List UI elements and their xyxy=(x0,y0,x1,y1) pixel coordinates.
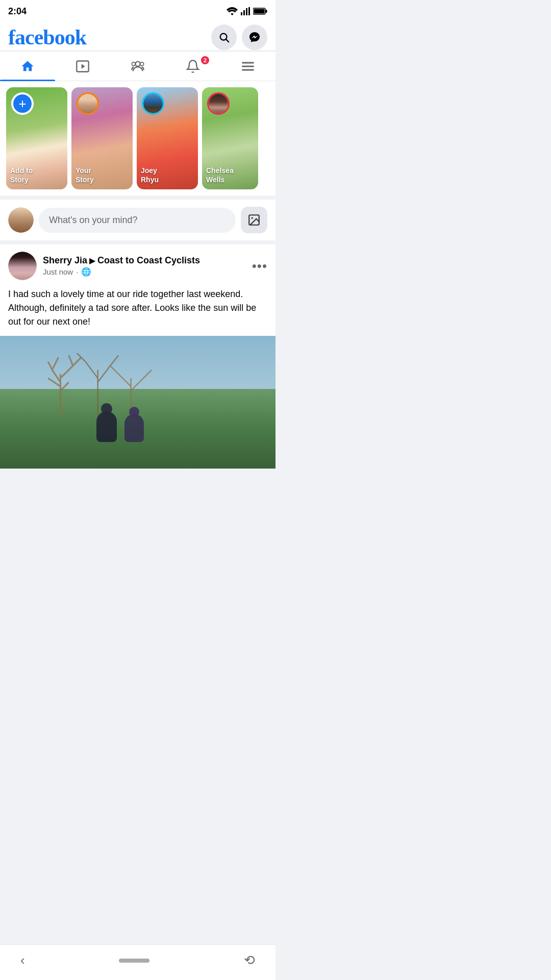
messenger-button[interactable] xyxy=(242,24,267,50)
tab-home[interactable] xyxy=(0,52,55,81)
signal-icon xyxy=(241,7,250,15)
add-post-section: What's on your mind? xyxy=(0,200,276,240)
bell-icon xyxy=(186,59,200,74)
battery-icon xyxy=(253,8,267,15)
svg-rect-0 xyxy=(241,12,242,15)
stories-section: + Add toStory YourStory JoeyRhyu xyxy=(0,81,276,195)
story-your[interactable]: YourStory xyxy=(71,87,133,189)
status-time: 2:04 xyxy=(8,6,27,17)
search-button[interactable] xyxy=(211,24,237,50)
header-actions xyxy=(211,24,267,50)
svg-line-8 xyxy=(226,39,229,42)
story-add[interactable]: + Add toStory xyxy=(6,87,67,189)
menu-icon xyxy=(241,59,255,74)
svg-rect-6 xyxy=(254,9,265,14)
your-story-label: YourStory xyxy=(76,166,94,184)
story-chelsea[interactable]: ChelseaWells xyxy=(202,87,258,189)
messenger-icon xyxy=(248,31,261,43)
svg-rect-1 xyxy=(243,10,245,15)
nav-tabs: 2 xyxy=(0,52,276,81)
status-icons xyxy=(227,7,267,15)
post-time-dot: · xyxy=(76,267,78,276)
svg-rect-2 xyxy=(246,8,247,15)
post-meta: Sherry Jia ▶ Coast to Coast Cyclists Jus… xyxy=(43,255,246,277)
stories-scroll: + Add toStory YourStory JoeyRhyu xyxy=(0,87,276,189)
your-story-avatar xyxy=(77,92,99,115)
search-icon xyxy=(218,32,230,43)
status-bar: 2:04 xyxy=(0,0,276,20)
tab-groups[interactable] xyxy=(110,52,165,81)
svg-rect-3 xyxy=(248,7,250,15)
play-icon xyxy=(76,59,90,74)
globe-icon: 🌐 xyxy=(81,267,91,277)
post-text: I had such a lovely time at our ride tog… xyxy=(0,285,276,336)
post-author-name[interactable]: Sherry Jia xyxy=(43,255,87,266)
post-time: Just now xyxy=(43,267,73,276)
post-author-avatar[interactable] xyxy=(8,252,37,280)
current-user-avatar xyxy=(8,207,34,233)
wifi-icon xyxy=(227,7,238,15)
post-photo xyxy=(0,336,276,469)
photo-icon xyxy=(247,213,261,227)
post-more-button[interactable]: ••• xyxy=(252,261,267,272)
post-time-line: Just now · 🌐 xyxy=(43,267,246,277)
post-author-line: Sherry Jia ▶ Coast to Coast Cyclists xyxy=(43,255,246,266)
post-arrow-icon: ▶ xyxy=(89,256,95,265)
header: facebook xyxy=(0,20,276,50)
post-group-name[interactable]: Coast to Coast Cyclists xyxy=(97,255,200,266)
story-joey[interactable]: JoeyRhyu xyxy=(137,87,198,189)
tab-notifications[interactable]: 2 xyxy=(165,52,220,81)
add-post-input[interactable]: What's on your mind? xyxy=(39,208,236,233)
add-story-btn[interactable]: + xyxy=(11,92,34,115)
add-story-label: Add toStory xyxy=(10,166,33,184)
svg-point-11 xyxy=(135,62,140,66)
post-card: Sherry Jia ▶ Coast to Coast Cyclists Jus… xyxy=(0,244,276,469)
add-plus-icon: + xyxy=(13,94,32,113)
svg-rect-5 xyxy=(266,10,267,13)
svg-marker-10 xyxy=(82,64,85,68)
chelsea-story-avatar xyxy=(207,92,230,115)
chelsea-story-label: ChelseaWells xyxy=(206,166,234,184)
add-photo-button[interactable] xyxy=(241,207,267,233)
post-header: Sherry Jia ▶ Coast to Coast Cyclists Jus… xyxy=(0,244,276,285)
facebook-logo: facebook xyxy=(8,25,86,50)
home-icon xyxy=(20,59,35,74)
svg-point-18 xyxy=(252,217,253,219)
groups-icon xyxy=(131,59,145,74)
joey-story-label: JoeyRhyu xyxy=(141,166,159,184)
tab-watch[interactable] xyxy=(55,52,110,81)
post-image[interactable] xyxy=(0,336,276,469)
tab-menu[interactable] xyxy=(220,52,276,81)
joey-story-avatar xyxy=(142,92,164,115)
notification-badge: 2 xyxy=(200,55,210,65)
